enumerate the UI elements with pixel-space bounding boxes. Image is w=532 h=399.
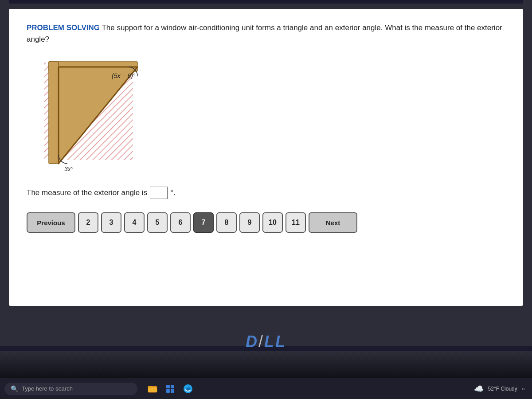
svg-rect-11 [148, 387, 157, 392]
content-card: PROBLEM SOLVING The support for a window… [9, 9, 523, 306]
page-4-button[interactable]: 4 [124, 212, 145, 233]
grid-icon[interactable] [164, 383, 176, 395]
dell-logo: D/LL [246, 332, 286, 351]
dell-logo-area: D/LL [246, 332, 286, 351]
top-bar [9, 0, 523, 4]
answer-input-box[interactable] [150, 187, 168, 199]
answer-row: The measure of the exterior angle is °. [27, 187, 505, 199]
page-11-button[interactable]: 11 [286, 212, 306, 233]
folder-icon[interactable] [146, 383, 159, 395]
svg-rect-12 [148, 386, 152, 388]
weather-text: 52°F Cloudy [488, 386, 517, 392]
problem-text: PROBLEM SOLVING The support for a window… [27, 22, 505, 45]
search-icon: 🔍 [11, 385, 18, 392]
page-7-button[interactable]: 7 [193, 212, 214, 233]
problem-label: PROBLEM SOLVING [27, 23, 100, 32]
page-8-button[interactable]: 8 [216, 212, 237, 233]
notification-icon: ○ [522, 386, 525, 392]
svg-rect-14 [171, 385, 174, 388]
bottom-strip: D/LL [0, 351, 532, 378]
page-9-button[interactable]: 9 [239, 212, 260, 233]
degree-symbol: °. [170, 188, 176, 197]
dell-d: D [246, 332, 258, 351]
diagram-area: (5x − 6)° 3x° [35, 54, 160, 178]
page-5-button[interactable]: 5 [147, 212, 168, 233]
svg-text:(5x − 6)°: (5x − 6)° [112, 72, 136, 79]
search-text: Type here to search [22, 385, 73, 392]
previous-button[interactable]: Previous [27, 212, 75, 233]
dell-slash: / [258, 332, 264, 351]
weather-icon: ☁️ [474, 384, 484, 394]
next-button[interactable]: Next [309, 212, 357, 233]
taskbar-search[interactable]: 🔍 Type here to search [4, 383, 137, 395]
triangle-diagram: (5x − 6)° 3x° [35, 54, 160, 178]
page-3-button[interactable]: 3 [101, 212, 121, 233]
dell-ell: LL [264, 332, 286, 351]
svg-rect-3 [49, 62, 59, 164]
page-10-button[interactable]: 10 [262, 212, 283, 233]
page-2-button[interactable]: 2 [78, 212, 98, 233]
taskbar-icons [146, 383, 194, 395]
edge-icon[interactable] [182, 383, 194, 395]
page-6-button[interactable]: 6 [170, 212, 191, 233]
svg-rect-16 [171, 389, 174, 393]
answer-prefix: The measure of the exterior angle is [27, 188, 147, 197]
taskbar: 🔍 Type here to search [0, 378, 532, 399]
svg-text:3x°: 3x° [64, 165, 74, 172]
svg-rect-15 [166, 389, 170, 393]
svg-rect-13 [166, 385, 170, 388]
taskbar-right: ☁️ 52°F Cloudy ○ [474, 384, 532, 394]
screen: PROBLEM SOLVING The support for a window… [0, 0, 532, 346]
nav-row: Previous 2 3 4 5 6 7 8 9 10 11 Next [27, 212, 505, 233]
